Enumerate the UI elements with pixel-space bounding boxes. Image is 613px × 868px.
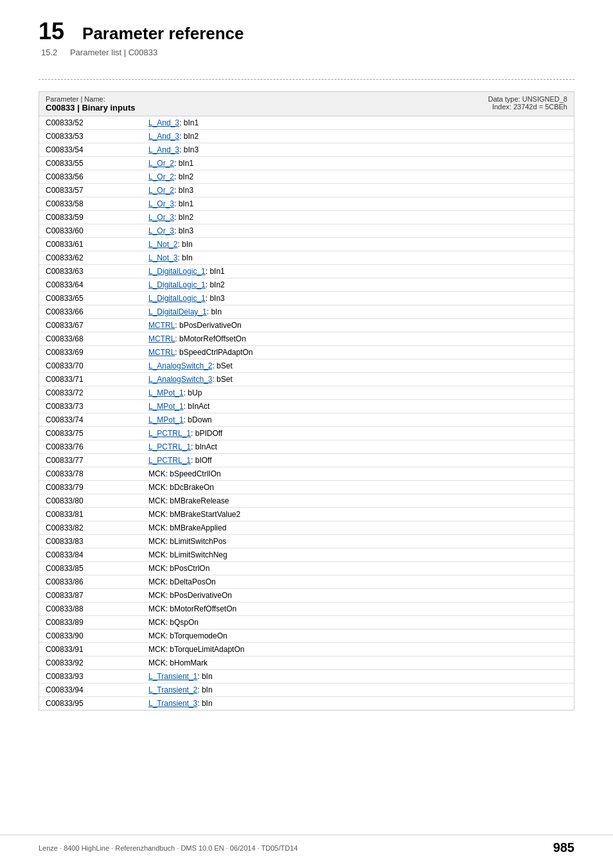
table-header: Parameter | Name: C00833 | Binary inputs… bbox=[39, 92, 574, 116]
table-row: C00833/65L_DigitalLogic_1: bIn3 bbox=[39, 292, 574, 305]
param-value[interactable]: L_MPot_1: bUp bbox=[142, 386, 574, 400]
param-value[interactable]: MCTRL: bMotorRefOffsetOn bbox=[142, 332, 574, 346]
param-code: C00833/91 bbox=[39, 643, 142, 656]
param-value[interactable]: L_AnalogSwitch_3: bSet bbox=[142, 373, 574, 386]
param-value: MCK: bLimitSwitchPos bbox=[142, 535, 574, 548]
param-value[interactable]: L_Or_2: bIn1 bbox=[142, 157, 574, 170]
param-code: C00833/65 bbox=[39, 292, 142, 305]
table-row: C00833/54L_And_3: bIn3 bbox=[39, 143, 574, 157]
table-row: C00833/80MCK: bMBrakeRelease bbox=[39, 494, 574, 508]
table-row: C00833/71L_AnalogSwitch_3: bSet bbox=[39, 373, 574, 386]
param-value: MCK: bQspOn bbox=[142, 616, 574, 629]
param-code: C00833/82 bbox=[39, 521, 142, 535]
param-value: MCK: bPosDerivativeOn bbox=[142, 589, 574, 602]
table-row: C00833/93L_Transient_1: bIn bbox=[39, 670, 574, 683]
param-value[interactable]: L_Not_2: bIn bbox=[142, 238, 574, 251]
param-code: C00833/53 bbox=[39, 130, 142, 143]
param-value: MCK: bDeltaPosOn bbox=[142, 575, 574, 589]
param-value[interactable]: L_DigitalDelay_1: bIn bbox=[142, 305, 574, 319]
param-code: C00833/54 bbox=[39, 143, 142, 157]
param-code: C00833/66 bbox=[39, 305, 142, 319]
table-row: C00833/79MCK: bDcBrakeOn bbox=[39, 481, 574, 494]
table-row: C00833/61L_Not_2: bIn bbox=[39, 238, 574, 251]
param-value[interactable]: L_DigitalLogic_1: bIn3 bbox=[142, 292, 574, 305]
param-value: MCK: bMBrakeApplied bbox=[142, 521, 574, 535]
param-value[interactable]: L_Or_3: bIn1 bbox=[142, 197, 574, 211]
chapter-number: 15 bbox=[39, 18, 64, 45]
param-code: C00833/80 bbox=[39, 494, 142, 508]
table-row: C00833/52L_And_3: bIn1 bbox=[39, 116, 574, 130]
param-value[interactable]: L_Not_3: bIn bbox=[142, 251, 574, 265]
table-row: C00833/53L_And_3: bIn2 bbox=[39, 130, 574, 143]
table-row: C00833/59L_Or_3: bIn2 bbox=[39, 211, 574, 224]
param-value: MCK: bMBrakeRelease bbox=[142, 494, 574, 508]
param-value[interactable]: L_Or_3: bIn3 bbox=[142, 224, 574, 238]
table-header-left: Parameter | Name: C00833 | Binary inputs bbox=[46, 95, 135, 113]
table-row: C00833/88MCK: bMotorRefOffsetOn bbox=[39, 602, 574, 616]
param-code: C00833/95 bbox=[39, 697, 142, 710]
table-row: C00833/92MCK: bHomMark bbox=[39, 656, 574, 670]
table-row: C00833/83MCK: bLimitSwitchPos bbox=[39, 535, 574, 548]
table-row: C00833/72L_MPot_1: bUp bbox=[39, 386, 574, 400]
param-code: C00833/92 bbox=[39, 656, 142, 670]
table-row: C00833/64L_DigitalLogic_1: bIn2 bbox=[39, 278, 574, 292]
table-row: C00833/62L_Not_3: bIn bbox=[39, 251, 574, 265]
param-value: MCK: bMotorRefOffsetOn bbox=[142, 602, 574, 616]
table-row: C00833/76L_PCTRL_1: bInAct bbox=[39, 440, 574, 454]
chapter-subtitle: 15.2 Parameter list | C00833 bbox=[39, 48, 574, 57]
param-code: C00833/94 bbox=[39, 683, 142, 697]
param-value[interactable]: L_MPot_1: bDown bbox=[142, 413, 574, 427]
table-row: C00833/81MCK: bMBrakeStartValue2 bbox=[39, 508, 574, 521]
param-code: C00833/52 bbox=[39, 116, 142, 130]
table-row: C00833/86MCK: bDeltaPosOn bbox=[39, 575, 574, 589]
section-divider bbox=[39, 79, 574, 80]
param-value[interactable]: L_And_3: bIn3 bbox=[142, 143, 574, 157]
param-code: C00833/61 bbox=[39, 238, 142, 251]
param-code: C00833/70 bbox=[39, 359, 142, 373]
parameter-table: C00833/52L_And_3: bIn1C00833/53L_And_3: … bbox=[39, 116, 574, 710]
param-code: C00833/76 bbox=[39, 440, 142, 454]
param-value[interactable]: L_Transient_3: bIn bbox=[142, 697, 574, 710]
param-value[interactable]: MCTRL: bSpeedCtrlPAdaptOn bbox=[142, 346, 574, 359]
table-row: C00833/67MCTRL: bPosDerivativeOn bbox=[39, 319, 574, 332]
param-value[interactable]: L_And_3: bIn1 bbox=[142, 116, 574, 130]
param-value[interactable]: L_AnalogSwitch_2: bSet bbox=[142, 359, 574, 373]
param-value[interactable]: L_Transient_2: bIn bbox=[142, 683, 574, 697]
param-value[interactable]: L_DigitalLogic_1: bIn2 bbox=[142, 278, 574, 292]
param-code: C00833/81 bbox=[39, 508, 142, 521]
param-value[interactable]: L_And_3: bIn2 bbox=[142, 130, 574, 143]
parameter-table-container: Parameter | Name: C00833 | Binary inputs… bbox=[39, 91, 574, 710]
table-row: C00833/66L_DigitalDelay_1: bIn bbox=[39, 305, 574, 319]
param-code: C00833/84 bbox=[39, 548, 142, 562]
param-value[interactable]: L_Or_3: bIn2 bbox=[142, 211, 574, 224]
table-row: C00833/85MCK: bPosCtrlOn bbox=[39, 562, 574, 575]
param-value[interactable]: L_Or_2: bIn3 bbox=[142, 184, 574, 197]
table-row: C00833/63L_DigitalLogic_1: bIn1 bbox=[39, 265, 574, 278]
param-value[interactable]: L_Or_2: bIn2 bbox=[142, 170, 574, 184]
table-row: C00833/69MCTRL: bSpeedCtrlPAdaptOn bbox=[39, 346, 574, 359]
param-value[interactable]: L_MPot_1: bInAct bbox=[142, 400, 574, 413]
param-code: C00833/71 bbox=[39, 373, 142, 386]
table-row: C00833/74L_MPot_1: bDown bbox=[39, 413, 574, 427]
param-title: C00833 | Binary inputs bbox=[46, 103, 135, 113]
page-header: 15 Parameter reference 15.2 Parameter li… bbox=[0, 0, 613, 70]
param-value[interactable]: L_PCTRL_1: bIOff bbox=[142, 454, 574, 467]
param-value[interactable]: L_PCTRL_1: bPIDOff bbox=[142, 427, 574, 440]
table-row: C00833/94L_Transient_2: bIn bbox=[39, 683, 574, 697]
data-type-label: Data type: UNSIGNED_8 bbox=[488, 95, 568, 103]
table-row: C00833/73L_MPot_1: bInAct bbox=[39, 400, 574, 413]
param-code: C00833/68 bbox=[39, 332, 142, 346]
param-value[interactable]: L_PCTRL_1: bInAct bbox=[142, 440, 574, 454]
param-code: C00833/79 bbox=[39, 481, 142, 494]
param-code: C00833/58 bbox=[39, 197, 142, 211]
param-code: C00833/59 bbox=[39, 211, 142, 224]
param-value[interactable]: L_DigitalLogic_1: bIn1 bbox=[142, 265, 574, 278]
param-code: C00833/83 bbox=[39, 535, 142, 548]
param-value[interactable]: MCTRL: bPosDerivativeOn bbox=[142, 319, 574, 332]
table-row: C00833/95L_Transient_3: bIn bbox=[39, 697, 574, 710]
param-value: MCK: bMBrakeStartValue2 bbox=[142, 508, 574, 521]
param-value[interactable]: L_Transient_1: bIn bbox=[142, 670, 574, 683]
param-code: C00833/56 bbox=[39, 170, 142, 184]
param-code: C00833/89 bbox=[39, 616, 142, 629]
param-code: C00833/57 bbox=[39, 184, 142, 197]
